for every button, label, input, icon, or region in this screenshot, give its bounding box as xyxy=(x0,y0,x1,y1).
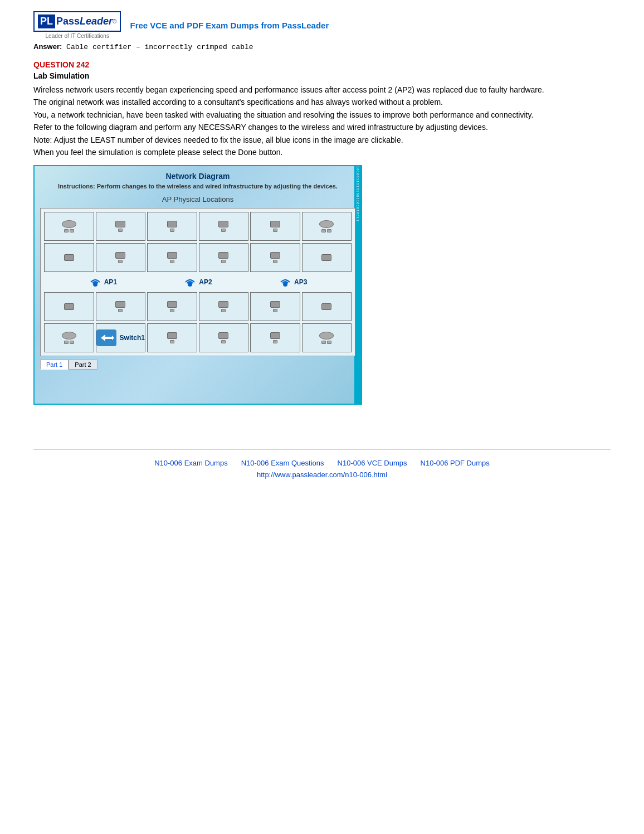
switch-room: Switch1 xyxy=(96,323,146,352)
footer-link-4[interactable]: N10-006 PDF Dumps xyxy=(421,459,490,467)
chair xyxy=(170,309,174,312)
desk xyxy=(167,221,177,227)
answer-text: Cable certifier – incorrectly crimped ca… xyxy=(62,43,253,51)
room-grid-lower-mid xyxy=(44,292,352,321)
logo-reg: ® xyxy=(113,18,116,25)
question-section: QUESTION 242 Lab Simulation Wireless net… xyxy=(33,60,611,158)
diagram-title: Network Diagram xyxy=(40,172,355,181)
room-22 xyxy=(199,323,249,352)
desk xyxy=(321,303,331,310)
switch-arrows-icon xyxy=(99,332,114,344)
chair xyxy=(221,340,226,343)
floor-plan: AP1 AP2 AP3 xyxy=(40,208,355,356)
desk xyxy=(167,252,177,259)
question-number: QUESTION 242 xyxy=(33,60,611,69)
chair xyxy=(221,309,226,312)
logo-leader: Leader xyxy=(80,16,113,27)
ap2-icon xyxy=(183,277,197,288)
room-5 xyxy=(250,212,300,241)
switch1-icon[interactable] xyxy=(96,329,116,346)
ap2-label: AP2 xyxy=(199,278,212,286)
desk xyxy=(270,221,280,227)
chair xyxy=(118,260,123,263)
desk xyxy=(270,252,280,259)
desk xyxy=(218,332,228,339)
logo-pass: Pass xyxy=(56,16,80,27)
room-23 xyxy=(250,323,300,352)
desk xyxy=(321,254,331,261)
room-21 xyxy=(147,323,197,352)
chair xyxy=(321,229,326,232)
room-18 xyxy=(302,292,352,321)
room-19 xyxy=(44,323,94,352)
logo: PL PassLeader® xyxy=(33,11,121,32)
chair xyxy=(273,260,277,263)
ap1-label: AP1 xyxy=(104,278,117,286)
room-3 xyxy=(147,212,197,241)
chair xyxy=(321,341,326,344)
room-17 xyxy=(250,292,300,321)
chair xyxy=(273,229,277,232)
desk xyxy=(115,221,125,227)
room-grid-bottom: Switch1 xyxy=(44,323,352,352)
room-24 xyxy=(302,323,352,352)
desk xyxy=(115,301,125,308)
footer-link-2[interactable]: N10-006 Exam Questions xyxy=(241,459,324,467)
para-4: Refer to the following diagram and perfo… xyxy=(33,123,488,132)
chair xyxy=(221,229,226,232)
para-2: The original network was installed accor… xyxy=(33,98,443,106)
logo-subtitle: Leader of IT Certifications xyxy=(46,33,109,39)
ap2-device[interactable]: AP2 xyxy=(183,277,212,288)
question-text: Wireless network users recently began ex… xyxy=(33,84,611,158)
ap1-icon xyxy=(89,277,102,288)
footer-link-3[interactable]: N10-006 VCE Dumps xyxy=(338,459,407,467)
room-16 xyxy=(199,292,249,321)
room-grid-mid xyxy=(44,243,352,272)
ap3-device[interactable]: AP3 xyxy=(279,277,307,288)
answer-line: Answer: Cable certifier – incorrectly cr… xyxy=(33,42,611,51)
svg-point-0 xyxy=(93,282,97,287)
desk xyxy=(167,301,177,308)
chair xyxy=(118,229,123,232)
switch1-label: Switch1 xyxy=(120,334,145,342)
room-4 xyxy=(199,212,249,241)
svg-point-1 xyxy=(188,282,192,287)
chair xyxy=(70,229,74,232)
ap3-icon xyxy=(279,277,292,288)
lab-sim-title: Lab Simulation xyxy=(33,71,611,80)
desk xyxy=(115,252,125,259)
footer-url[interactable]: http://www.passleader.com/n10-006.html xyxy=(33,471,611,479)
header-tagline: Free VCE and PDF Exam Dumps from PassLea… xyxy=(130,21,329,30)
ap3-label: AP3 xyxy=(294,278,307,286)
room-15 xyxy=(147,292,197,321)
para-1: Wireless network users recently began ex… xyxy=(33,85,544,94)
page-header: PL PassLeader® Leader of IT Certificatio… xyxy=(33,11,611,39)
footer-link-1[interactable]: N10-006 Exam Dumps xyxy=(154,459,228,467)
ap-row: AP1 AP2 AP3 xyxy=(44,274,352,290)
room-13 xyxy=(44,292,94,321)
desk xyxy=(270,332,280,339)
chair xyxy=(170,260,174,263)
desk xyxy=(218,221,228,227)
room-14 xyxy=(96,292,146,321)
chair xyxy=(273,309,277,312)
ap1-device[interactable]: AP1 xyxy=(89,277,117,288)
room-8 xyxy=(96,243,146,272)
room-2 xyxy=(96,212,146,241)
room-9 xyxy=(147,243,197,272)
tab-part1[interactable]: Part 1 xyxy=(40,360,69,370)
room-7 xyxy=(44,243,94,272)
chair xyxy=(170,229,174,232)
chair xyxy=(327,229,331,232)
chair xyxy=(118,309,123,312)
chair xyxy=(273,340,277,343)
tab-part2[interactable]: Part 2 xyxy=(69,360,97,370)
desk xyxy=(218,301,228,308)
ap-locations-title: AP Physical Locations xyxy=(40,195,355,203)
page-footer: N10-006 Exam Dumps N10-006 Exam Question… xyxy=(33,449,611,479)
room-grid-top xyxy=(44,212,352,241)
chair xyxy=(64,229,69,232)
para-6: When you feel the simulation is complete… xyxy=(33,148,282,157)
room-12 xyxy=(302,243,352,272)
conf-table-4 xyxy=(319,332,334,340)
